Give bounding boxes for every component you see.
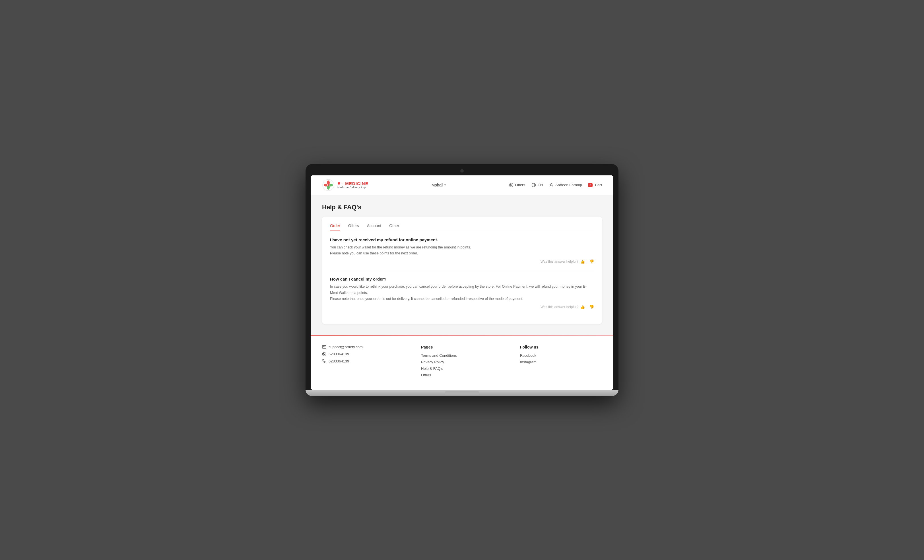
main-content: Help & FAQ's Order Offers Account Other … [310,195,614,335]
user-menu[interactable]: Aafreen Farooqi [549,183,582,187]
contact-phone: 6283364139 [328,359,349,363]
offers-nav-item[interactable]: Offers [509,183,525,187]
footer-pages-title: Pages [421,345,503,349]
svg-point-15 [550,184,552,185]
offers-label: Offers [515,183,525,187]
footer-follow: Follow us Facebook Instagram [520,345,602,379]
cart-count-badge: 3 [588,183,592,187]
faq-helpful-1: Was this answer helpful? 👍 | 👎 [330,259,594,264]
tab-other[interactable]: Other [389,223,399,231]
trackpad [445,391,479,395]
faq-item-2: How can I cancel my order? In case you w… [330,277,594,309]
helpful-label-1: Was this answer helpful? [540,259,578,264]
language-selector[interactable]: EN [531,183,543,187]
tab-order[interactable]: Order [330,223,340,231]
helpful-divider-2: | [586,305,588,309]
location-selector[interactable]: Mohali ▾ [432,183,446,187]
faq-answer-2: In case you would like to rethink your p… [330,284,594,302]
footer-link-privacy[interactable]: Privacy Policy [421,360,503,364]
logo: E - MEDICINE Medicine Delivery App [322,179,368,191]
logo-text: E - MEDICINE Medicine Delivery App [338,181,368,189]
footer-link-terms[interactable]: Terms and Conditions [421,353,503,358]
contact-whatsapp: 6283364139 [328,352,349,356]
thumbs-up-icon-2[interactable]: 👍 [580,305,585,309]
footer-phone: 6283364139 [322,359,404,363]
footer-link-facebook[interactable]: Facebook [520,353,602,358]
thumbs-down-icon-2[interactable]: 👎 [589,305,594,309]
footer: support@ordefy.com 6283364139 6283364139 [310,336,614,390]
brand-name: E - MEDICINE [338,181,368,186]
thumbs-up-icon-1[interactable]: 👍 [580,259,585,264]
navbar: E - MEDICINE Medicine Delivery App Mohal… [310,175,614,195]
brand-subtitle: Medicine Delivery App [338,186,368,189]
footer-contact: support@ordefy.com 6283364139 6283364139 [322,345,404,379]
svg-point-10 [510,184,511,185]
phone-icon [322,359,326,363]
faq-tabs: Order Offers Account Other [330,223,594,231]
faq-item-1: I have not yet received my refund for on… [330,237,594,264]
offers-icon [509,183,513,187]
faq-answer-1: You can check your wallet for the refund… [330,244,594,257]
faq-card: Order Offers Account Other I have not ye… [322,217,602,324]
contact-email: support@ordefy.com [328,345,363,349]
footer-whatsapp: 6283364139 [322,352,404,356]
email-icon [322,345,326,349]
helpful-divider-1: | [586,259,588,264]
thumbs-down-icon-1[interactable]: 👎 [589,259,594,264]
faq-question-2: How can I cancel my order? [330,277,594,281]
faq-helpful-2: Was this answer helpful? 👍 | 👎 [330,305,594,309]
cart-button[interactable]: 3 Cart [588,183,602,187]
svg-point-11 [512,185,512,186]
helpful-label-2: Was this answer helpful? [540,305,578,309]
footer-email: support@ordefy.com [322,345,404,349]
svg-rect-7 [327,184,329,185]
tab-offers[interactable]: Offers [348,223,359,231]
globe-icon [531,183,536,187]
nav-right: Offers EN Aafreen Farooqi [509,183,602,187]
whatsapp-icon [322,352,326,356]
location-label: Mohali [432,183,443,187]
footer-link-instagram[interactable]: Instagram [520,360,602,364]
cart-label: Cart [595,183,602,187]
page-title: Help & FAQ's [322,204,602,211]
footer-link-faq[interactable]: Help & FAQ's [421,367,503,371]
user-icon [549,183,554,187]
user-name: Aafreen Farooqi [555,183,582,187]
footer-link-offers[interactable]: Offers [421,373,503,377]
language-label: EN [538,183,543,187]
faq-divider [330,271,594,271]
chevron-down-icon: ▾ [444,183,446,186]
faq-question-1: I have not yet received my refund for on… [330,237,594,242]
footer-pages: Pages Terms and Conditions Privacy Polic… [421,345,503,379]
logo-icon [322,179,334,191]
footer-follow-title: Follow us [520,345,602,349]
tab-account[interactable]: Account [367,223,381,231]
